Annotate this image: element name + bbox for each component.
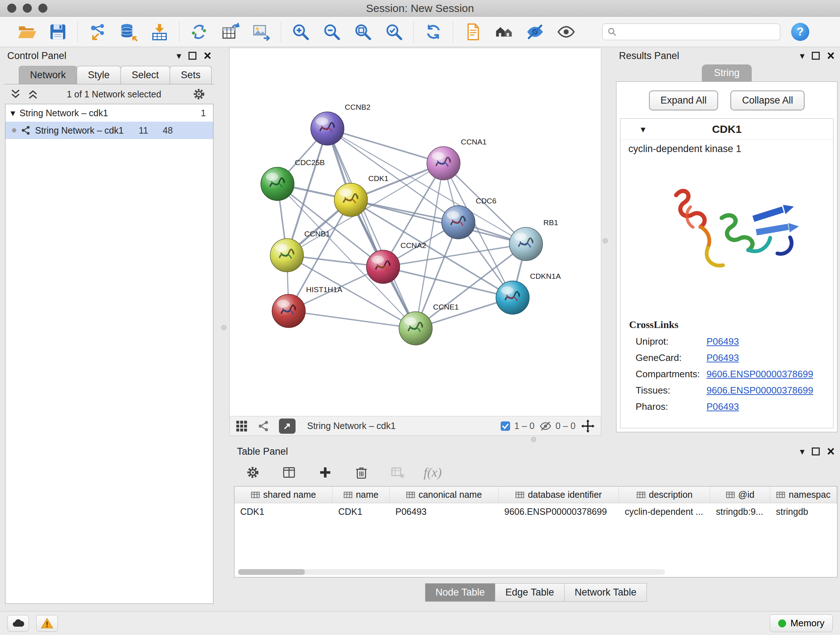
column-header-name[interactable]: name bbox=[332, 486, 390, 503]
tab-style[interactable]: Style bbox=[77, 66, 121, 84]
annotation-button[interactable] bbox=[463, 22, 483, 42]
network-node-HIST1H1A[interactable]: HIST1H1A bbox=[272, 285, 342, 328]
grid-mode-icon[interactable] bbox=[235, 420, 248, 432]
eye-icon bbox=[557, 22, 576, 41]
float-panel-button[interactable]: ▾ bbox=[177, 51, 181, 60]
network-node-CDC25B[interactable]: CDC25B bbox=[261, 158, 325, 201]
birdseye-view-button[interactable] bbox=[279, 418, 295, 434]
column-header-shared-name[interactable]: shared name bbox=[234, 486, 332, 503]
network-collection-row[interactable]: ▾ String Network – cdk1 1 bbox=[5, 104, 213, 122]
tab-node-table[interactable]: Node Table bbox=[425, 583, 495, 602]
network-node-CDK1[interactable]: CDK1 bbox=[334, 174, 388, 217]
window-minimize-button[interactable] bbox=[23, 4, 32, 13]
gene-expand-caret[interactable]: ▾ bbox=[641, 125, 645, 134]
create-column-button[interactable] bbox=[315, 462, 335, 483]
crosslink-value-link[interactable]: P06493 bbox=[706, 336, 739, 347]
network-edge[interactable] bbox=[327, 128, 416, 328]
zoom-in-button[interactable] bbox=[291, 22, 311, 42]
scrollbar-thumb[interactable] bbox=[238, 569, 305, 575]
maximize-panel-button[interactable] bbox=[812, 448, 820, 455]
network-edge[interactable] bbox=[289, 311, 416, 328]
maximize-panel-button[interactable] bbox=[812, 52, 820, 60]
splitter-handle[interactable] bbox=[221, 325, 226, 330]
search-input[interactable] bbox=[621, 26, 775, 37]
horizontal-scrollbar[interactable] bbox=[238, 569, 665, 575]
show-all-button[interactable] bbox=[556, 22, 576, 42]
maximize-panel-button[interactable] bbox=[188, 52, 196, 60]
crosslink-value-link[interactable]: P06493 bbox=[706, 401, 739, 412]
help-button[interactable]: ? bbox=[791, 23, 809, 41]
network-node-CCNA1[interactable]: CCNA1 bbox=[427, 138, 486, 180]
save-session-button[interactable] bbox=[48, 22, 68, 42]
close-panel-button[interactable]: × bbox=[827, 445, 835, 458]
crosslink-value-link[interactable]: 9606.ENSP00000378699 bbox=[706, 369, 813, 380]
tab-string[interactable]: String bbox=[702, 65, 752, 81]
network-node-CDKN1A[interactable]: CDKN1A bbox=[496, 272, 561, 314]
refresh-layout-button[interactable] bbox=[423, 22, 444, 42]
warnings-button[interactable] bbox=[36, 615, 58, 632]
table-options-button[interactable] bbox=[243, 462, 263, 483]
network-node-CCNB1[interactable]: CCNB1 bbox=[270, 230, 330, 272]
collapse-all-button[interactable]: Collapse All bbox=[730, 90, 805, 111]
network-row[interactable]: String Network – cdk1 11 48 bbox=[5, 122, 213, 139]
collection-expand-caret[interactable]: ▾ bbox=[11, 108, 15, 118]
float-panel-button[interactable]: ▾ bbox=[800, 51, 805, 60]
table-row[interactable]: CDK1CDK1P064939606.ENSP00000378699cyclin… bbox=[234, 503, 837, 520]
window-close-button[interactable] bbox=[7, 4, 16, 13]
float-panel-button[interactable]: ▾ bbox=[800, 447, 805, 456]
splitter-handle[interactable] bbox=[531, 437, 536, 442]
hidden-eye-slash-icon[interactable] bbox=[539, 420, 552, 432]
tab-select[interactable]: Select bbox=[120, 66, 170, 84]
export-image-button[interactable] bbox=[251, 22, 271, 42]
gear-icon bbox=[192, 87, 206, 101]
zoom-out-button[interactable] bbox=[322, 22, 342, 42]
network-options-button[interactable] bbox=[189, 84, 209, 104]
network-edge[interactable] bbox=[327, 128, 444, 163]
expand-all-button[interactable]: Expand All bbox=[649, 90, 718, 111]
selected-checkbox-icon[interactable] bbox=[500, 421, 511, 432]
tab-network[interactable]: Network bbox=[19, 66, 77, 84]
tab-edge-table[interactable]: Edge Table bbox=[495, 583, 565, 602]
open-session-button[interactable] bbox=[17, 22, 37, 42]
close-panel-button[interactable]: × bbox=[827, 49, 835, 62]
network-overview-icon[interactable] bbox=[257, 420, 270, 432]
column-header-canonical-name[interactable]: canonical name bbox=[390, 486, 499, 503]
tab-network-table[interactable]: Network Table bbox=[564, 583, 647, 602]
string-home-button[interactable] bbox=[494, 22, 514, 42]
import-table-button[interactable] bbox=[149, 22, 170, 42]
crosslink-label: GeneCard: bbox=[636, 352, 706, 363]
crosslink-row: Uniprot:P06493 bbox=[621, 333, 833, 350]
cloud-button[interactable] bbox=[7, 615, 29, 632]
search-box[interactable] bbox=[602, 24, 780, 40]
column-header-namespac[interactable]: namespac bbox=[770, 486, 837, 503]
splitter-handle[interactable] bbox=[603, 238, 608, 243]
export-table-button[interactable] bbox=[220, 22, 240, 42]
column-header-database-identifier[interactable]: database identifier bbox=[499, 486, 619, 503]
expand-all-icon[interactable] bbox=[27, 88, 39, 100]
network-node-CCNE1[interactable]: CCNE1 bbox=[399, 302, 459, 345]
import-network-file-button[interactable] bbox=[87, 22, 107, 42]
column-header--id[interactable]: @id bbox=[710, 486, 770, 503]
import-network-database-button[interactable] bbox=[118, 22, 139, 42]
crosslink-value-link[interactable]: P06493 bbox=[706, 352, 739, 363]
crosslink-value-link[interactable]: 9606.ENSP00000378699 bbox=[706, 385, 813, 396]
network-node-RB1[interactable]: RB1 bbox=[509, 218, 558, 261]
show-columns-button[interactable] bbox=[279, 462, 299, 483]
close-panel-button[interactable]: × bbox=[204, 49, 211, 62]
column-header-description[interactable]: description bbox=[619, 486, 710, 503]
function-builder-button[interactable]: f(x) bbox=[424, 462, 442, 483]
pan-move-icon[interactable] bbox=[581, 419, 595, 433]
tab-sets[interactable]: Sets bbox=[170, 66, 212, 84]
delete-column-button[interactable] bbox=[351, 462, 371, 483]
memory-button[interactable]: Memory bbox=[770, 614, 833, 632]
network-canvas[interactable]: CCNB2CCNA1CDC25BCDK1CDC6RB1CCNB1CCNA2CDK… bbox=[230, 48, 601, 416]
column-grid-icon bbox=[515, 491, 524, 499]
network-edge[interactable] bbox=[351, 200, 526, 244]
zoom-selected-button[interactable] bbox=[384, 22, 404, 42]
hide-selected-button[interactable] bbox=[525, 22, 545, 42]
delete-table-button[interactable] bbox=[387, 462, 408, 483]
zoom-fit-button[interactable] bbox=[353, 22, 373, 42]
new-network-from-selection-button[interactable] bbox=[189, 22, 209, 42]
window-zoom-button[interactable] bbox=[38, 4, 47, 13]
collapse-all-icon[interactable] bbox=[9, 88, 22, 100]
